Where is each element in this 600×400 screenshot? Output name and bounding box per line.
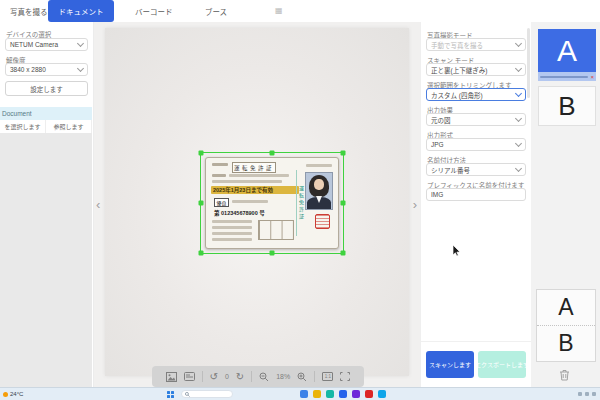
naming-method-select[interactable]: シリアル番号: [426, 163, 526, 176]
chevron-down-icon: [77, 40, 84, 47]
export-button[interactable]: エクスポートします: [478, 351, 526, 378]
merged-preview[interactable]: A B: [536, 289, 596, 362]
crop-mode-select[interactable]: カスタム (四角形): [426, 88, 526, 101]
tab-barcode[interactable]: バーコード: [135, 0, 173, 22]
taskbar-app-icon[interactable]: [352, 390, 360, 398]
save-card-icon[interactable]: [184, 372, 195, 381]
scan-mode-select[interactable]: 正と裏(上下継ぎみ): [426, 63, 526, 76]
taskbar-app-icon[interactable]: [326, 390, 334, 398]
merged-top: A: [537, 290, 595, 326]
delete-page-icon[interactable]: ×: [590, 74, 594, 80]
zoom-level: 18%: [276, 373, 290, 380]
taskbar-apps: [300, 390, 386, 398]
top-tab-bar: 写真を撮る ドキュメント バーコード ブース ▦: [0, 0, 600, 23]
thumbnail-a-caption: ×: [538, 72, 596, 81]
mouse-cursor: [452, 244, 461, 257]
chevron-down-icon: [515, 40, 522, 47]
taskbar-app-icon[interactable]: [339, 390, 347, 398]
crop-handle[interactable]: [199, 151, 204, 156]
merged-bottom: B: [537, 326, 595, 361]
prev-page-arrow[interactable]: ‹: [96, 198, 100, 211]
taskbar-app-icon[interactable]: [378, 390, 386, 398]
chevron-down-icon: [515, 65, 522, 72]
apply-settings-button[interactable]: 設定します: [5, 81, 88, 96]
taskbar-app-icon[interactable]: [300, 390, 308, 398]
settings-scrollbar[interactable]: [527, 28, 530, 98]
thumbnail-page-b[interactable]: B: [538, 86, 596, 126]
actual-size-icon[interactable]: 1:1: [322, 372, 333, 381]
tab-take-photo[interactable]: 写真を撮る: [10, 0, 48, 22]
search-icon: [185, 392, 190, 397]
crop-handle[interactable]: [199, 251, 204, 256]
page-thumbnails-panel: A × B A B: [531, 22, 600, 388]
thumbnail-page-a[interactable]: A: [538, 29, 596, 72]
photo-mode-select[interactable]: 手動で写真を撮る: [426, 38, 526, 51]
taskbar-app-icon[interactable]: [365, 390, 373, 398]
tab-booth[interactable]: ブース: [205, 0, 227, 22]
taskbar-weather[interactable]: 24°C: [3, 391, 23, 397]
crop-handle[interactable]: [199, 201, 204, 206]
document-list-tabs: を選択します 参照します: [0, 120, 92, 134]
device-select[interactable]: NETUM Camera: [5, 38, 88, 51]
crop-selection-box[interactable]: [200, 152, 344, 254]
crop-handle[interactable]: [270, 251, 275, 256]
document-list[interactable]: [0, 133, 92, 388]
taskbar-tray[interactable]: [578, 392, 596, 396]
device-sidebar: デバイスの選択 NETUM Camera 解像度 3840 x 2880 設定し…: [0, 22, 94, 388]
tab-document[interactable]: ドキュメント: [48, 0, 114, 22]
settings-footer: スキャンします エクスポートします: [421, 341, 531, 388]
crop-handle[interactable]: [341, 201, 346, 206]
chevron-down-icon: [515, 115, 522, 122]
output-format-select[interactable]: JPG: [426, 138, 526, 151]
chevron-down-icon: [515, 140, 522, 147]
windows-taskbar: 24°C: [0, 387, 600, 400]
chevron-down-icon: [515, 165, 522, 172]
scan-settings-panel: 写真撮影モード 手動で写真を撮る スキャン モード 正と裏(上下継ぎみ) 選択範…: [420, 22, 532, 388]
export-image-icon[interactable]: [166, 372, 177, 382]
zoom-out-icon[interactable]: [259, 372, 269, 382]
rotate-left-icon[interactable]: ↺: [210, 372, 218, 382]
crop-handle[interactable]: [270, 151, 275, 156]
next-page-arrow[interactable]: ›: [413, 198, 417, 211]
start-button[interactable]: [167, 391, 174, 398]
chevron-down-icon: [515, 90, 522, 97]
zoom-in-icon[interactable]: [297, 372, 307, 382]
trash-icon[interactable]: [559, 369, 570, 381]
taskbar-search[interactable]: [181, 390, 233, 398]
image-toolbar: ↺ 0 ↻ 18% 1:1: [152, 366, 364, 387]
crop-handle[interactable]: [341, 251, 346, 256]
tab-more-icon[interactable]: ▦: [275, 6, 283, 15]
doc-tab-browse[interactable]: 参照します: [46, 120, 92, 133]
rotation-angle: 0: [225, 373, 229, 380]
rotate-right-icon[interactable]: ↻: [236, 372, 244, 382]
output-effect-select[interactable]: 元の図: [426, 113, 526, 126]
resolution-select[interactable]: 3840 x 2880: [5, 63, 88, 76]
prefix-input[interactable]: [426, 188, 526, 201]
weather-icon: [3, 392, 8, 397]
doc-tab-select[interactable]: を選択します: [0, 120, 46, 133]
preview-canvas[interactable]: ‹ › 運転免許証 2025年1月23日まで有効 優良 第 0123456789…: [94, 22, 420, 388]
chevron-down-icon: [77, 65, 84, 72]
taskbar-app-icon[interactable]: [313, 390, 321, 398]
crop-handle[interactable]: [341, 151, 346, 156]
fit-screen-icon[interactable]: [340, 372, 350, 381]
document-list-header: Document: [0, 107, 92, 120]
scan-button[interactable]: スキャンします: [426, 351, 474, 378]
